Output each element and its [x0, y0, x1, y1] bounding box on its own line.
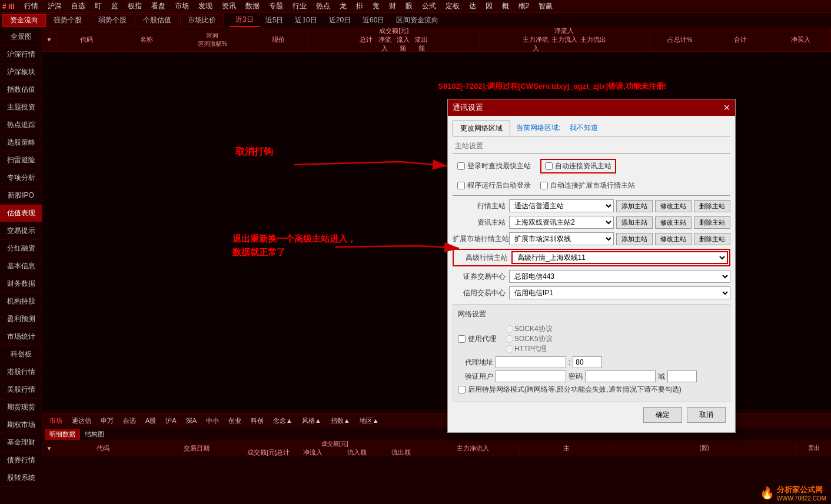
sidebar-item-jigouchichi[interactable]: 机构持股 — [0, 293, 42, 311]
btn-zixun-del[interactable]: 删除主站 — [694, 216, 730, 229]
tab-rsgg[interactable]: 弱势个股 — [91, 14, 134, 27]
menu-item-15[interactable]: 排 — [351, 0, 368, 12]
sidebar-item-indexzhi[interactable]: 指数估值 — [0, 81, 42, 99]
btn-ok[interactable]: 确定 — [643, 407, 682, 423]
sidebar-item-guzhuanxitong[interactable]: 股转系统 — [0, 469, 42, 487]
checkbox-find-fastest[interactable]: 登录时查找最快主站 — [457, 161, 531, 171]
sidebar-item-yingliyuce[interactable]: 盈利预测 — [0, 311, 42, 328]
menu-item-16[interactable]: 竞 — [368, 0, 384, 12]
proxy-port-input[interactable] — [573, 356, 602, 368]
dialog-close-button[interactable]: ✕ — [723, 103, 730, 112]
dialog-tab-change-region[interactable]: 更改网络区域 — [453, 121, 510, 136]
select-xingqing[interactable]: 通达信普通主站 — [509, 199, 614, 212]
btn-cancel[interactable]: 取消 — [687, 407, 726, 423]
select-zixun[interactable]: 上海双线资讯主站2 — [509, 216, 614, 229]
menu-item-0[interactable]: 行情 — [19, 0, 43, 12]
sidebar-item-zhuanxiangfenxi[interactable]: 专项分析 — [0, 169, 42, 187]
btn-kuozhan-del[interactable]: 删除主站 — [694, 233, 730, 245]
sidebar-item-kechuangban[interactable]: 科创板 — [0, 346, 42, 363]
sidebar-item-jijinlicai[interactable]: 基金理财 — [0, 434, 42, 452]
menu-item-19[interactable]: 公式 — [417, 0, 441, 12]
menu-item-2[interactable]: 自选 — [67, 0, 90, 12]
menu-item-4[interactable]: 监 — [107, 0, 123, 12]
menu-item-14[interactable]: 龙 — [335, 0, 351, 12]
sidebar-item-guzhibiaoxian[interactable]: 估值表现 — [0, 205, 42, 222]
menu-item-17[interactable]: 财 — [384, 0, 401, 12]
tab-zjly[interactable]: 资金流向 — [2, 14, 46, 27]
bottom-tab-diqu[interactable]: 地区▲ — [355, 415, 384, 426]
menu-item-20[interactable]: 定板 — [441, 0, 464, 12]
subtab-60d[interactable]: 近60日 — [357, 14, 390, 26]
sidebar-item-shichangtongji[interactable]: 市场统计 — [0, 328, 42, 346]
sidebar-item-jibuxinxi[interactable]: 基本信息 — [0, 258, 42, 275]
radio-sock4[interactable] — [506, 325, 513, 333]
proxy-addr-input[interactable] — [496, 356, 566, 368]
btn-xingqing-edit[interactable]: 修改主站 — [655, 200, 692, 212]
radio-http[interactable] — [506, 345, 513, 353]
btn-xingqing-del[interactable]: 删除主站 — [694, 200, 730, 212]
select-xyyjzx[interactable]: 信用电信IP1 — [509, 286, 730, 299]
menu-item-12[interactable]: 行业 — [288, 0, 311, 12]
sidebar-item-hushenplate[interactable]: 沪深板块 — [0, 64, 42, 81]
menu-item-22[interactable]: 因 — [481, 0, 497, 12]
menu-item-21[interactable]: 达 — [464, 0, 481, 12]
proxy-pass-input[interactable] — [585, 371, 656, 382]
subtab-20d[interactable]: 近20日 — [323, 14, 357, 26]
sidebar-item-redianzhuizong[interactable]: 热点追踪 — [0, 116, 42, 134]
checkbox-auto-connect-market-input[interactable] — [540, 182, 548, 189]
subtab-qjzjlx[interactable]: 区间资金流向 — [390, 14, 444, 26]
btn-kuozhan-edit[interactable]: 修改主站 — [655, 233, 692, 245]
sidebar-item-qiquanshichang[interactable]: 期权市场 — [0, 416, 42, 434]
subtab-3d[interactable]: 近3日 — [230, 14, 260, 27]
special-mode-checkbox[interactable] — [458, 386, 466, 393]
sidebar-item-zhaiquanxingqing[interactable]: 债券行情 — [0, 452, 42, 469]
btn-zixun-edit[interactable]: 修改主站 — [655, 216, 692, 229]
bottom-subtab-jiegou[interactable]: 结构图 — [80, 429, 109, 440]
menu-item-25[interactable]: 智赢 — [534, 0, 557, 12]
menu-item-7[interactable]: 市场 — [170, 0, 194, 12]
menu-item-9[interactable]: 资讯 — [217, 0, 241, 12]
tab-qsgg[interactable]: 强势个股 — [46, 14, 89, 27]
bottom-tab-fengge[interactable]: 风格▲ — [297, 415, 326, 426]
use-proxy-checkbox[interactable] — [458, 335, 466, 343]
proxy-domain-input[interactable] — [667, 371, 697, 382]
sidebar-item-jiaoyitishi[interactable]: 交易提示 — [0, 222, 42, 240]
bottom-tab-tdx[interactable]: 通达信 — [67, 415, 96, 426]
menu-item-1[interactable]: 沪深 — [43, 0, 67, 12]
menu-item-10[interactable]: 数据 — [241, 0, 264, 12]
subtab-5d[interactable]: 近5日 — [260, 14, 290, 26]
bottom-tab-sw[interactable]: 申万 — [96, 415, 118, 426]
proxy-user-input[interactable] — [496, 371, 566, 382]
checkbox-auto-login-input[interactable] — [457, 182, 465, 189]
sidebar-item-saolaibixian[interactable]: 扫雷避险 — [0, 152, 42, 169]
bottom-tab-shena[interactable]: 深A — [181, 415, 201, 426]
bottom-tab-zhongxiao[interactable]: 中小 — [201, 415, 224, 426]
menu-item-8[interactable]: 发现 — [194, 0, 217, 12]
select-zjyjzx[interactable]: 总部电信443 — [509, 270, 730, 283]
sidebar-item-fenghongrzi[interactable]: 分红融资 — [0, 240, 42, 258]
bottom-subtab-mingxi[interactable]: 明细数据 — [45, 429, 80, 440]
bottom-tab-zhishu[interactable]: 指数▲ — [326, 415, 355, 426]
sidebar-item-caiwushuju[interactable]: 财务数据 — [0, 275, 42, 293]
btn-kuozhan-add[interactable]: 添加主站 — [616, 233, 653, 245]
subtab-10d[interactable]: 近10日 — [289, 14, 323, 26]
sidebar-item-gangguxingqing[interactable]: 港股行情 — [0, 363, 42, 381]
bottom-tab-sha[interactable]: 沪A — [161, 415, 181, 426]
bottom-tab-market[interactable]: 市场 — [45, 415, 67, 426]
sidebar-item-quanjingtu[interactable]: 全景图 — [0, 28, 42, 46]
checkbox-auto-login[interactable]: 程序运行后自动登录 — [457, 181, 531, 191]
checkbox-auto-connect[interactable]: 自动连接资讯主站 — [540, 159, 616, 173]
radio-sock5[interactable] — [506, 335, 513, 343]
sidebar-item-xingguipo[interactable]: 新股IPO — [0, 187, 42, 205]
sidebar-item-xuanguce[interactable]: 选股策略 — [0, 134, 42, 152]
tab-ggzj[interactable]: 个股估值 — [135, 14, 179, 27]
bottom-tab-zixuan[interactable]: 自选 — [118, 415, 141, 426]
menu-item-13[interactable]: 热点 — [311, 0, 335, 12]
menu-item-3[interactable]: 盯 — [90, 0, 107, 12]
checkbox-auto-connect-input[interactable] — [545, 162, 553, 170]
bottom-tab-chuangye[interactable]: 创业 — [224, 415, 246, 426]
select-kuozhan[interactable]: 扩展市场深圳双线 — [509, 232, 614, 245]
sidebar-item-qihuoxianhuo[interactable]: 期货现货 — [0, 399, 42, 416]
tab-scbj[interactable]: 市场比价 — [180, 14, 224, 27]
sidebar-item-zhutitouzi[interactable]: 主题投资 — [0, 99, 42, 116]
